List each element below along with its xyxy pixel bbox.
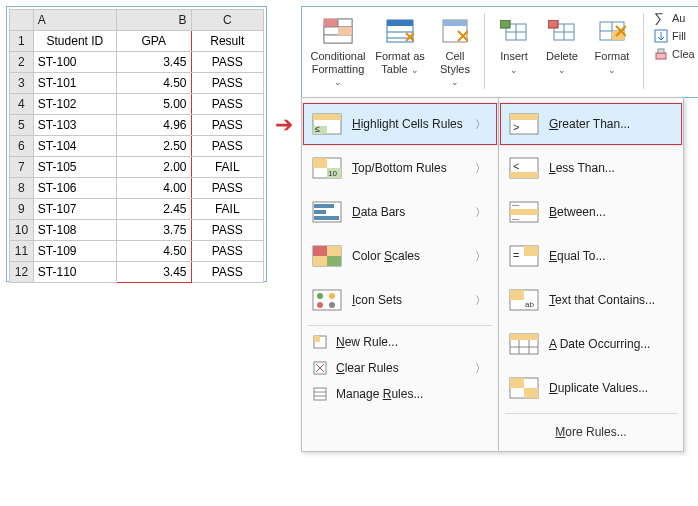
row-header[interactable]: 4 — [10, 94, 34, 115]
format-button[interactable]: Format⌄ — [587, 11, 637, 76]
clear-label: Clea — [672, 48, 695, 60]
cell[interactable]: PASS — [191, 94, 264, 115]
svg-text:ab: ab — [525, 300, 534, 309]
chevron-right-icon: 〉 — [475, 361, 488, 376]
cell[interactable]: ST-107 — [33, 199, 116, 220]
menu-greater-than[interactable]: > Greater Than... — [499, 102, 683, 146]
conditional-formatting-button[interactable]: Conditional Formatting ⌄ — [308, 11, 368, 89]
clear-rules-icon — [312, 360, 328, 376]
svg-rect-5 — [338, 27, 352, 35]
cell[interactable]: ST-109 — [33, 241, 116, 262]
row-header[interactable]: 7 — [10, 157, 34, 178]
cell[interactable]: 2.50 — [116, 136, 191, 157]
menu-between[interactable]: —— Between... — [499, 190, 683, 234]
autosum-label: Au — [672, 12, 685, 24]
format-as-table-button[interactable]: Format as Table ⌄ — [370, 11, 430, 76]
clear-button[interactable]: Clea — [654, 47, 695, 61]
cell[interactable]: 3.45 — [116, 262, 191, 283]
menu-equal-to[interactable]: = Equal To... — [499, 234, 683, 278]
menu-manage-rules[interactable]: Manage Rules... — [302, 381, 498, 407]
cell[interactable]: 4.96 — [116, 115, 191, 136]
insert-button[interactable]: Insert⌄ — [491, 11, 537, 76]
cell[interactable]: Result — [191, 31, 264, 52]
cell[interactable]: ST-104 — [33, 136, 116, 157]
col-header-A[interactable]: A — [33, 10, 116, 31]
ribbon: Conditional Formatting ⌄ Format as Table… — [301, 6, 698, 98]
svg-rect-81 — [524, 388, 538, 398]
menu-more-rules[interactable]: More Rules... — [499, 417, 683, 447]
cell[interactable]: 4.50 — [116, 241, 191, 262]
menu-label: Duplicate Values... — [549, 381, 673, 395]
cell[interactable]: ST-108 — [33, 220, 116, 241]
cell[interactable]: 4.00 — [116, 178, 191, 199]
menu-color-scales[interactable]: Color Scales 〉 — [302, 234, 498, 278]
svg-rect-39 — [314, 216, 339, 220]
cell[interactable]: GPA — [116, 31, 191, 52]
row-header[interactable]: 8 — [10, 178, 34, 199]
cell[interactable]: ST-103 — [33, 115, 116, 136]
menu-text-contains[interactable]: ab Text that Contains... — [499, 278, 683, 322]
cell[interactable]: PASS — [191, 73, 264, 94]
row-header[interactable]: 9 — [10, 199, 34, 220]
cell[interactable]: PASS — [191, 220, 264, 241]
menu-top-bottom-rules[interactable]: 10 Top/Bottom Rules 〉 — [302, 146, 498, 190]
conditional-formatting-menu: ≤ Highlight Cells Rules 〉 10 Top/Bottom … — [301, 97, 499, 452]
svg-rect-2 — [338, 19, 352, 27]
svg-rect-26 — [656, 53, 666, 59]
menu-label: Text that Contains... — [549, 293, 673, 307]
menu-duplicate-values[interactable]: Duplicate Values... — [499, 366, 683, 410]
cell-styles-button[interactable]: Cell Styles ⌄ — [432, 11, 478, 89]
cell[interactable]: PASS — [191, 52, 264, 73]
cell[interactable]: 5.00 — [116, 94, 191, 115]
cell[interactable]: FAIL — [191, 199, 264, 220]
row-header[interactable]: 1 — [10, 31, 34, 52]
col-header-C[interactable]: C — [191, 10, 264, 31]
duplicate-values-icon — [509, 376, 539, 400]
menu-icon-sets[interactable]: Icon Sets 〉 — [302, 278, 498, 322]
col-header-B[interactable]: B — [116, 10, 191, 31]
cell[interactable]: 4.50 — [116, 73, 191, 94]
cell[interactable]: ST-110 — [33, 262, 116, 283]
menu-date-occurring[interactable]: A Date Occurring... — [499, 322, 683, 366]
cell[interactable]: ST-100 — [33, 52, 116, 73]
row-header[interactable]: 6 — [10, 136, 34, 157]
menu-new-rule[interactable]: New Rule... — [302, 329, 498, 355]
cell[interactable]: PASS — [191, 241, 264, 262]
row-header[interactable]: 10 — [10, 220, 34, 241]
select-all-corner[interactable] — [10, 10, 34, 31]
menu-label: Color Scales — [352, 249, 465, 263]
menu-label: Greater Than... — [549, 117, 673, 131]
row-header[interactable]: 11 — [10, 241, 34, 262]
cell[interactable]: ST-105 — [33, 157, 116, 178]
cell[interactable]: FAIL — [191, 157, 264, 178]
cell[interactable]: 3.75 — [116, 220, 191, 241]
autosum-button[interactable]: ∑Au — [654, 11, 695, 25]
svg-rect-11 — [443, 20, 467, 26]
cell[interactable]: ST-101 — [33, 73, 116, 94]
delete-label: Delete — [546, 50, 578, 62]
cell[interactable]: Student ID — [33, 31, 116, 52]
menu-label: Clear Rules — [336, 361, 469, 375]
cell[interactable]: ST-106 — [33, 178, 116, 199]
cell[interactable]: PASS — [191, 136, 264, 157]
fill-button[interactable]: Fill — [654, 29, 695, 43]
svg-rect-29 — [313, 114, 341, 120]
cell[interactable]: PASS — [191, 262, 264, 283]
menu-clear-rules[interactable]: Clear Rules 〉 — [302, 355, 498, 381]
cell[interactable]: PASS — [191, 115, 264, 136]
svg-rect-80 — [510, 378, 524, 388]
row-header[interactable]: 2 — [10, 52, 34, 73]
worksheet-grid[interactable]: A B C 1Student IDGPAResult2ST-1003.45PAS… — [9, 9, 264, 283]
cell[interactable]: 3.45 — [116, 52, 191, 73]
menu-highlight-cells-rules[interactable]: ≤ Highlight Cells Rules 〉 — [302, 102, 498, 146]
cell[interactable]: PASS — [191, 178, 264, 199]
row-header[interactable]: 12 — [10, 262, 34, 283]
cell[interactable]: 2.00 — [116, 157, 191, 178]
menu-data-bars[interactable]: Data Bars 〉 — [302, 190, 498, 234]
cell[interactable]: 2.45 — [116, 199, 191, 220]
cell[interactable]: ST-102 — [33, 94, 116, 115]
menu-less-than[interactable]: < Less Than... — [499, 146, 683, 190]
row-header[interactable]: 3 — [10, 73, 34, 94]
row-header[interactable]: 5 — [10, 115, 34, 136]
delete-button[interactable]: Delete⌄ — [539, 11, 585, 76]
